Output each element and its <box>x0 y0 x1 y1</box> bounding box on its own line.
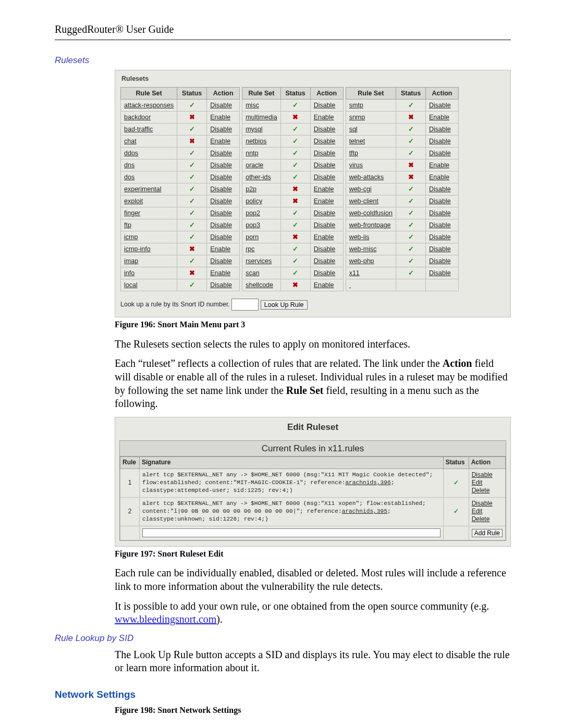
ruleset-link[interactable]: scan <box>246 269 259 277</box>
ruleset-action-link[interactable]: Enable <box>210 269 230 277</box>
ruleset-action-link[interactable]: Disable <box>210 198 232 205</box>
ruleset-link[interactable]: web-attacks <box>349 174 384 181</box>
ruleset-link[interactable]: info <box>124 269 134 277</box>
ruleset-action-link[interactable]: Disable <box>429 138 451 145</box>
ruleset-action-link[interactable]: Disable <box>210 102 232 109</box>
ruleset-link[interactable]: rservices <box>246 257 272 265</box>
ruleset-action-link[interactable]: Disable <box>429 198 451 205</box>
ruleset-action-link[interactable]: Disable <box>314 150 336 157</box>
ruleset-action-link[interactable]: Disable <box>210 257 232 265</box>
ruleset-action-link[interactable]: Enable <box>314 198 334 205</box>
ruleset-link[interactable]: bad-traffic <box>124 126 153 133</box>
ruleset-action-link[interactable]: Disable <box>210 174 232 181</box>
ruleset-action-link[interactable]: Disable <box>429 102 451 109</box>
ruleset-action-link[interactable]: Disable <box>210 281 232 289</box>
ruleset-link[interactable]: web-coldfusion <box>349 209 393 217</box>
ruleset-action-link[interactable]: Disable <box>314 126 336 133</box>
ruleset-action-link[interactable]: Disable <box>429 233 451 241</box>
ruleset-action-link[interactable]: Disable <box>210 162 232 169</box>
ruleset-link[interactable]: web-frontpage <box>349 221 391 229</box>
ruleset-action-link[interactable]: Enable <box>314 281 334 289</box>
rule-action-link[interactable]: Delete <box>472 515 503 523</box>
ruleset-action-link[interactable]: Disable <box>210 209 232 217</box>
rule-action-link[interactable]: Delete <box>472 487 503 495</box>
ruleset-link[interactable]: web-iis <box>349 233 370 241</box>
ruleset-action-link[interactable]: Disable <box>314 221 336 229</box>
ruleset-action-link[interactable]: Enable <box>210 114 230 121</box>
ruleset-action-link[interactable]: Disable <box>314 162 336 169</box>
reference-link[interactable]: arachnids,395 <box>342 508 387 514</box>
ruleset-action-link[interactable]: Disable <box>429 150 451 157</box>
ruleset-link[interactable]: other-ids <box>246 174 271 181</box>
ruleset-action-link[interactable]: Disable <box>210 150 232 157</box>
ruleset-link[interactable]: misc <box>246 102 259 109</box>
ruleset-link[interactable]: web-misc <box>349 245 377 253</box>
lookup-input[interactable] <box>231 299 259 311</box>
ruleset-action-link[interactable]: Enable <box>210 245 230 253</box>
ruleset-link[interactable]: mysql <box>246 126 263 133</box>
ruleset-link[interactable]: web-cgi <box>349 186 372 193</box>
ruleset-link[interactable]: exploit <box>124 198 143 205</box>
ruleset-action-link[interactable]: Disable <box>429 126 451 133</box>
ruleset-link[interactable]: ddos <box>124 150 138 157</box>
ruleset-link[interactable]: backdoor <box>124 114 151 121</box>
ruleset-link[interactable]: policy <box>246 198 262 205</box>
ruleset-link[interactable]: rpc <box>246 245 254 253</box>
ruleset-action-link[interactable]: Disable <box>314 102 336 109</box>
lookup-button[interactable] <box>261 300 308 310</box>
ruleset-link[interactable]: sql <box>349 126 358 133</box>
rule-action-link[interactable]: Edit <box>472 508 503 515</box>
rule-action-link[interactable]: Edit <box>472 479 503 487</box>
ruleset-action-link[interactable]: Disable <box>429 186 451 193</box>
ruleset-link[interactable]: web-client <box>349 198 378 205</box>
ruleset-link[interactable]: experimental <box>124 186 162 193</box>
ruleset-action-link[interactable]: Disable <box>210 221 232 229</box>
ruleset-action-link[interactable]: Disable <box>429 221 451 229</box>
reference-link[interactable]: arachnids,396 <box>345 479 390 486</box>
ruleset-link[interactable]: local <box>124 281 138 289</box>
ruleset-action-link[interactable]: Disable <box>210 233 232 241</box>
ruleset-link[interactable]: p2p <box>246 186 256 193</box>
ruleset-link[interactable]: web-php <box>349 257 374 265</box>
ruleset-link[interactable]: netbios <box>246 138 266 145</box>
ruleset-link[interactable]: x11 <box>349 269 360 277</box>
ruleset-action-link[interactable]: Disable <box>314 245 336 253</box>
ruleset-link[interactable]: smtp <box>349 102 363 109</box>
ruleset-link[interactable]: dns <box>124 162 134 169</box>
ruleset-action-link[interactable]: Disable <box>429 257 451 265</box>
ruleset-action-link[interactable]: Enable <box>314 233 334 241</box>
bleedingsnort-link[interactable]: www.bleedingsnort.com <box>115 613 216 625</box>
ruleset-link[interactable] <box>349 281 351 289</box>
ruleset-action-link[interactable]: Enable <box>314 114 334 121</box>
ruleset-link[interactable]: icmp <box>124 233 138 241</box>
ruleset-action-link[interactable]: Enable <box>210 138 230 145</box>
ruleset-action-link[interactable]: Enable <box>429 162 449 169</box>
ruleset-link[interactable]: icmp-info <box>124 245 151 253</box>
ruleset-link[interactable]: shellcode <box>246 281 273 289</box>
ruleset-link[interactable]: dos <box>124 174 134 181</box>
ruleset-link[interactable]: chat <box>124 138 137 145</box>
ruleset-action-link[interactable]: Disable <box>210 126 232 133</box>
ruleset-link[interactable]: telnet <box>349 138 365 145</box>
ruleset-link[interactable]: snmp <box>349 114 365 121</box>
ruleset-link[interactable]: multimedia <box>246 114 277 121</box>
ruleset-link[interactable]: finger <box>124 209 140 217</box>
ruleset-action-link[interactable]: Disable <box>429 245 451 253</box>
ruleset-link[interactable]: attack-responses <box>124 102 174 109</box>
ruleset-link[interactable]: tftp <box>349 150 358 157</box>
add-rule-button[interactable] <box>472 529 503 537</box>
ruleset-action-link[interactable]: Enable <box>429 174 449 181</box>
ruleset-action-link[interactable]: Disable <box>314 257 336 265</box>
ruleset-link[interactable]: ftp <box>124 221 131 229</box>
ruleset-action-link[interactable]: Disable <box>314 209 336 217</box>
ruleset-action-link[interactable]: Disable <box>314 269 336 277</box>
ruleset-link[interactable]: nntp <box>246 150 258 157</box>
ruleset-link[interactable]: pop3 <box>246 221 260 229</box>
ruleset-action-link[interactable]: Disable <box>314 138 336 145</box>
ruleset-action-link[interactable]: Disable <box>210 186 232 193</box>
ruleset-link[interactable]: oracle <box>246 162 263 169</box>
ruleset-link[interactable]: porn <box>246 233 259 241</box>
ruleset-action-link[interactable]: Enable <box>314 186 334 193</box>
ruleset-link[interactable]: pop2 <box>246 209 260 217</box>
ruleset-link[interactable]: imap <box>124 257 138 265</box>
